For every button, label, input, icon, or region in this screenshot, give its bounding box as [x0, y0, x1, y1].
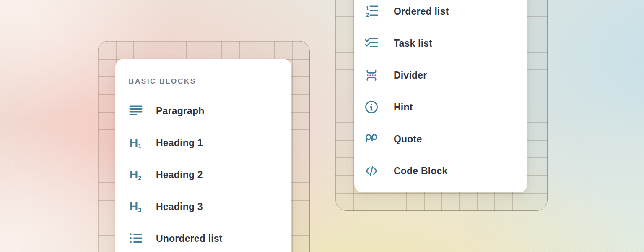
page-background: BASIC BLOCKS Paragraph Heading 1 Heading… — [0, 0, 644, 252]
menu-item-hint[interactable]: Hint — [354, 91, 527, 123]
menu-item-code-block[interactable]: Code Block — [354, 155, 527, 187]
menu-item-label: Code Block — [394, 165, 448, 177]
menu-item-label: Divider — [394, 70, 427, 81]
menu-item-heading-2[interactable]: Heading 2 — [115, 159, 291, 191]
menu-item-label: Ordered list — [394, 6, 449, 17]
menu-item-ordered-list[interactable]: Ordered list — [354, 0, 527, 27]
menu-item-heading-1[interactable]: Heading 1 — [115, 127, 291, 159]
code-block-icon — [364, 164, 379, 178]
menu-item-label: Quote — [394, 134, 422, 145]
ordered-list-icon — [364, 4, 379, 18]
task-list-icon — [364, 36, 379, 50]
heading-2-icon — [129, 168, 143, 182]
menu-item-label: Hint — [394, 102, 413, 113]
menu-item-quote[interactable]: Quote — [354, 123, 527, 155]
paragraph-icon — [129, 104, 143, 118]
basic-blocks-item-list: Paragraph Heading 1 Heading 2 Heading 3 … — [115, 95, 291, 252]
menu-item-label: Paragraph — [156, 105, 205, 117]
basic-blocks-section-label: BASIC BLOCKS — [115, 59, 291, 86]
blocks-item-list: Ordered list Task list Divider Hint Quot… — [354, 0, 527, 187]
unordered-list-icon — [129, 231, 143, 246]
heading-3-icon — [129, 200, 143, 214]
menu-item-label: Heading 1 — [156, 137, 203, 149]
menu-item-label: Heading 2 — [156, 169, 203, 181]
menu-item-paragraph[interactable]: Paragraph — [115, 95, 291, 127]
blocks-menu-continued: Ordered list Task list Divider Hint Quot… — [354, 0, 527, 192]
menu-item-label: Heading 3 — [156, 201, 203, 213]
divider-icon — [364, 68, 379, 82]
menu-item-label: Unordered list — [156, 233, 223, 244]
heading-1-icon — [129, 136, 143, 150]
menu-item-unordered-list[interactable]: Unordered list — [115, 223, 291, 252]
quote-icon — [364, 132, 379, 146]
basic-blocks-menu: BASIC BLOCKS Paragraph Heading 1 Heading… — [115, 59, 291, 252]
menu-item-heading-3[interactable]: Heading 3 — [115, 191, 291, 223]
hint-icon — [364, 100, 379, 114]
menu-item-divider[interactable]: Divider — [354, 59, 527, 91]
menu-item-task-list[interactable]: Task list — [354, 27, 527, 59]
menu-item-label: Task list — [394, 38, 432, 49]
